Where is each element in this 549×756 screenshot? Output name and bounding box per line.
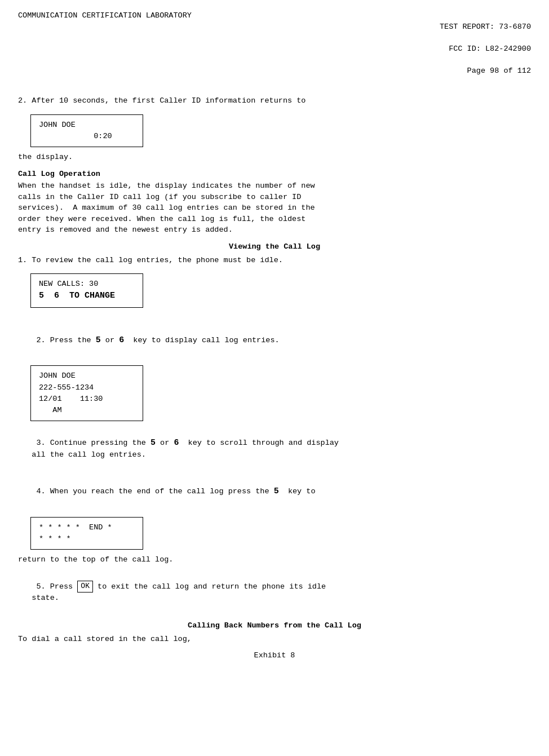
step4: 4. When you reach the end of the call lo… <box>18 475 531 509</box>
calling-back-section: Calling Back Numbers from the Call Log T… <box>18 620 531 644</box>
display-box-3: JOHN DOE 222-555-1234 12/01 11:30 AM <box>30 365 143 421</box>
call-log-heading: Call Log Operation <box>18 169 531 180</box>
viewing-heading: Viewing the Call Log <box>18 241 531 253</box>
step2: 2. Press the 5 or 6 key to display call … <box>18 323 531 357</box>
section2-intro: 2. After 10 seconds, the first Caller ID… <box>18 95 531 163</box>
page-header: COMMUNICATION CERTIFICATION LABORATORY T… <box>18 10 531 87</box>
call-log-section: Call Log Operation When the handset is i… <box>18 169 531 236</box>
exhibit-label: Exhibit 8 <box>18 650 531 661</box>
calling-back-heading: Calling Back Numbers from the Call Log <box>18 620 531 631</box>
viewing-section: Viewing the Call Log 1. To review the ca… <box>18 241 531 614</box>
display-box-1: JOHN DOE 0:20 <box>30 114 143 148</box>
display1-after: the display. <box>18 153 73 161</box>
display-box-2: NEW CALLS: 30 5 6 TO CHANGE <box>30 273 143 308</box>
step4-return: return to the top of the call log. <box>18 555 173 564</box>
step3: 3. Continue pressing the 5 or 6 key to s… <box>18 426 531 471</box>
report-info: TEST REPORT: 73-6870 FCC ID: L82-242900 … <box>422 10 531 87</box>
call-log-body: When the handset is idle, the display in… <box>18 180 531 236</box>
step5: 5. Press OK to exit the call log and ret… <box>18 570 531 615</box>
step1-text: 1. To review the call log entries, the p… <box>18 255 531 266</box>
display-box-4: * * * * * END * * * * * <box>30 517 143 550</box>
ok-button-label: OK <box>77 581 93 593</box>
lab-name: COMMUNICATION CERTIFICATION LABORATORY <box>18 10 192 87</box>
calling-back-body: To dial a call stored in the call log, <box>18 634 531 645</box>
